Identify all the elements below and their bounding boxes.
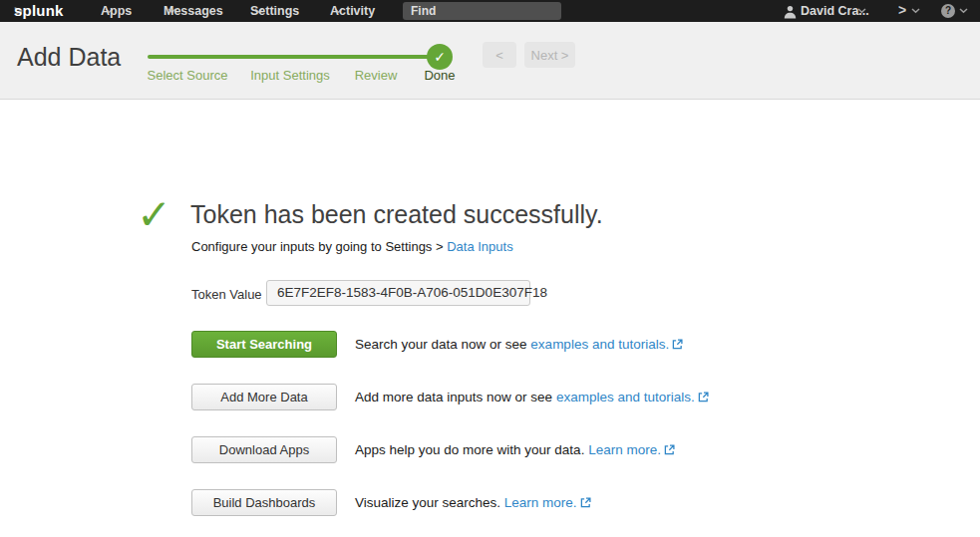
success-check-icon: ✓ [137, 190, 171, 239]
token-value-label: Token Value [191, 287, 262, 302]
back-button[interactable]: < [483, 42, 516, 68]
top-navbar: splunk> Apps Messages Settings Activity … [0, 0, 980, 22]
nav-menu-activity-label: Activity [330, 4, 375, 18]
splunk-logo[interactable]: splunk> [14, 2, 23, 19]
next-button[interactable]: Next > [524, 42, 575, 68]
nav-menu-messages[interactable]: Messages [163, 4, 176, 18]
nav-menu-apps-label: Apps [101, 4, 132, 18]
description-text: Search your data now or see [355, 337, 530, 352]
action-description: Visualize your searches. Learn more. [355, 495, 591, 510]
description-text: Visualize your searches. [355, 495, 504, 510]
progress-line [148, 55, 440, 59]
action-row-build-dashboards: Build Dashboards Visualize your searches… [191, 489, 591, 516]
add-more-data-button[interactable]: Add More Data [191, 384, 337, 410]
learn-more-link[interactable]: Learn more. [504, 495, 577, 510]
action-description: Apps help you do more with your data. Le… [355, 442, 675, 457]
success-heading: Token has been created successfully. [190, 200, 603, 229]
nav-menu-apps[interactable]: Apps [101, 4, 114, 18]
data-inputs-link[interactable]: Data Inputs [447, 239, 513, 254]
nav-menu-settings-label: Settings [250, 4, 299, 18]
step-done-check-icon: ✓ [427, 44, 453, 70]
wizard-header: Add Data ✓ Select Source Input Settings … [0, 22, 980, 100]
logo-text: splunk [14, 2, 64, 19]
action-row-start-searching: Start Searching Search your data now or … [191, 331, 683, 358]
step-input-settings: Input Settings [250, 68, 330, 83]
action-description: Add more data inputs now or see examples… [355, 390, 709, 404]
page-title: Add Data [17, 43, 121, 72]
learn-more-link[interactable]: Learn more. [588, 442, 661, 457]
download-apps-button[interactable]: Download Apps [191, 436, 337, 463]
user-icon [784, 3, 797, 21]
action-row-add-more-data: Add More Data Add more data inputs now o… [191, 384, 709, 410]
token-value-field[interactable]: 6E7F2EF8-1583-4F0B-A706-051D0E307F18 [266, 280, 530, 306]
action-row-download-apps: Download Apps Apps help you do more with… [191, 436, 675, 463]
step-select-source: Select Source [148, 68, 228, 83]
splunk-mark-menu[interactable]: > [898, 2, 906, 18]
help-icon[interactable]: ? [941, 4, 955, 18]
configure-subtitle: Configure your inputs by going to Settin… [191, 239, 513, 254]
splunk-add-data-page: splunk> Apps Messages Settings Activity … [0, 0, 980, 537]
nav-menu-settings[interactable]: Settings [250, 4, 263, 18]
examples-tutorials-link[interactable]: examples and tutorials. [556, 390, 695, 404]
external-link-icon [672, 339, 683, 350]
external-link-icon [580, 497, 591, 508]
start-searching-button[interactable]: Start Searching [191, 331, 337, 358]
external-link-icon [698, 392, 709, 403]
nav-menu-activity[interactable]: Activity [330, 4, 343, 18]
subtitle-text: Configure your inputs by going to Settin… [191, 239, 447, 254]
step-review: Review [355, 68, 398, 83]
find-search-input[interactable] [403, 2, 561, 20]
build-dashboards-button[interactable]: Build Dashboards [191, 489, 337, 516]
step-done: Done [424, 68, 455, 83]
action-description: Search your data now or see examples and… [355, 337, 683, 352]
description-text: Add more data inputs now or see [355, 390, 556, 404]
nav-menu-messages-label: Messages [163, 4, 223, 18]
examples-tutorials-link[interactable]: examples and tutorials. [530, 337, 669, 352]
external-link-icon [664, 444, 675, 455]
description-text: Apps help you do more with your data. [355, 442, 588, 457]
